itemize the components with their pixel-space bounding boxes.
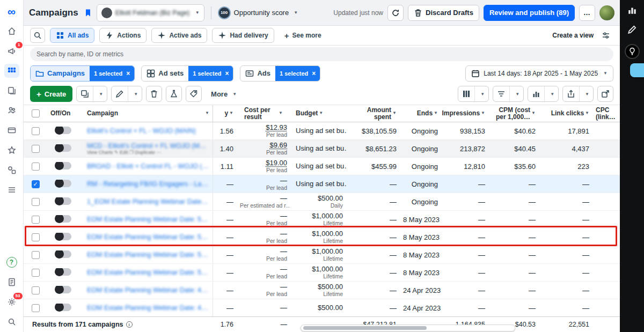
clear-selection-icon[interactable]: × xyxy=(126,70,130,77)
billing-icon[interactable] xyxy=(4,123,19,137)
table-row[interactable]: EOM Estate Planning Webinar Date: 4.24.2… xyxy=(24,282,620,299)
settings-gear-icon[interactable]: 53 xyxy=(4,295,19,309)
row-checkbox[interactable] xyxy=(32,198,40,206)
tag-button[interactable] xyxy=(186,86,202,102)
more-options-button[interactable]: … xyxy=(579,5,595,21)
row-toggle[interactable] xyxy=(55,197,71,205)
table-row[interactable]: EOM Estate Planning Webinar Date: 5.8.23… xyxy=(24,228,620,246)
row-toggle[interactable] xyxy=(55,215,71,223)
row-toggle[interactable] xyxy=(55,250,71,258)
ab-test-flask-button[interactable] xyxy=(166,86,182,102)
overlay-chat-tab[interactable] xyxy=(630,63,644,77)
scrollbar-thumb[interactable] xyxy=(303,326,427,330)
table-row[interactable]: EOM Estate Planning Webinar Date: 5.8.23… xyxy=(24,211,620,228)
campaigns-nav-icon[interactable] xyxy=(4,64,19,78)
col-header-cpm[interactable]: CPM (cost per 1,000…▼ xyxy=(488,105,539,122)
create-button[interactable]: + Create xyxy=(30,86,72,102)
row-checkbox[interactable] xyxy=(32,163,40,171)
more-menu-button[interactable]: More ▼ xyxy=(206,86,242,101)
table-row[interactable]: 1_EOM Estate Planning Webinar Date: 5.8…… xyxy=(24,193,620,211)
row-checkbox[interactable] xyxy=(32,145,40,153)
table-row[interactable]: EOM Estate Planning Webinar Date: 5.8.23… xyxy=(24,246,620,264)
row-hover-actions[interactable]: View Charts ✎ Edit ❐ Duplicate ⋯ xyxy=(87,150,209,155)
date-range-picker[interactable]: Last 14 days: 18 Apr 2025 - 1 May 2025 ▼ xyxy=(465,65,613,82)
row-toggle[interactable] xyxy=(55,144,71,152)
overlay-hints-bulb-icon[interactable] xyxy=(625,44,640,59)
info-icon[interactable]: i xyxy=(126,321,133,328)
delete-button[interactable] xyxy=(146,86,162,102)
row-checkbox[interactable] xyxy=(32,216,40,224)
col-header-frequency[interactable]: y▼ xyxy=(213,105,237,122)
columns-dropdown[interactable]: ▼ xyxy=(474,86,488,101)
ads-selected-chip[interactable]: 1 selected × xyxy=(275,66,320,81)
user-avatar[interactable] xyxy=(599,5,614,20)
table-row[interactable]: MCD - Elliott's Control + FL WOJO (MAIN)… xyxy=(24,140,620,158)
campaign-name-link[interactable]: 1_EOM Estate Planning Webinar Date: 5.8… xyxy=(87,198,209,205)
pencil-icon[interactable] xyxy=(112,86,128,101)
table-row[interactable]: Elliott's Control + FL - WOJO (MAIN)1.56… xyxy=(24,122,620,140)
tab-campaigns[interactable]: Campaigns 1 selected × xyxy=(30,65,135,82)
filter-tab-all-ads[interactable]: All ads xyxy=(50,28,94,43)
table-row[interactable]: BROAD - Elliott + Control FL - WOJO (MAI… xyxy=(24,158,620,175)
filter-tab-had-delivery[interactable]: Had delivery xyxy=(212,28,274,43)
table-row[interactable]: ✓RM - Retargeting FB/IG Engagers - Last … xyxy=(24,175,620,193)
columns-icon[interactable] xyxy=(458,86,474,101)
reports-dropdown[interactable]: ▼ xyxy=(544,86,558,101)
campaign-name-link[interactable]: EOM Estate Planning Webinar Date: 5.8.23… xyxy=(87,216,209,223)
row-toggle[interactable] xyxy=(55,233,71,240)
campaign-name-link[interactable]: Elliott's Control + FL - WOJO (MAIN) xyxy=(87,127,209,135)
filter-tab-actions[interactable]: Actions xyxy=(99,28,147,43)
col-header-ends[interactable]: Ends▼ xyxy=(400,105,441,122)
table-row[interactable]: EOM Estate Planning Webinar Date: 5.8.23… xyxy=(24,264,620,282)
assets-icon[interactable] xyxy=(4,163,19,177)
filter-see-more[interactable]: + See more xyxy=(279,28,327,43)
tab-ads[interactable]: Ads 1 selected × xyxy=(240,65,320,82)
row-checkbox[interactable] xyxy=(32,269,40,277)
col-header-cost-per-result[interactable]: Cost per result▼ xyxy=(237,105,290,122)
promotions-icon[interactable] xyxy=(4,143,19,157)
campaigns-selected-chip[interactable]: 1 selected × xyxy=(90,66,134,81)
search-input[interactable]: Search by name, ID or metrics xyxy=(30,47,613,61)
row-checkbox[interactable] xyxy=(32,233,40,241)
col-header-campaign[interactable]: Campaign▼ xyxy=(79,105,213,122)
row-checkbox[interactable] xyxy=(32,251,40,259)
duplicate-icon[interactable] xyxy=(77,86,93,101)
row-toggle[interactable] xyxy=(55,127,71,134)
col-header-amount-spent[interactable]: Amount spent▼ xyxy=(346,105,400,122)
campaign-name-link[interactable]: RM - Retargeting FB/IG Engagers - Last 3… xyxy=(87,180,209,188)
edit-dropdown[interactable]: ▼ xyxy=(128,86,142,101)
row-toggle[interactable] xyxy=(55,286,71,293)
ads-notifications-icon[interactable]: 1 xyxy=(4,44,19,58)
row-checkbox[interactable] xyxy=(32,127,40,135)
report-chart-icon[interactable] xyxy=(528,86,544,101)
overlay-pencil-icon[interactable] xyxy=(627,25,637,34)
bookmark-pin-icon[interactable] xyxy=(84,9,92,17)
clear-selection-icon[interactable]: × xyxy=(225,70,229,77)
row-toggle[interactable] xyxy=(55,268,71,276)
campaign-name-link[interactable]: EOM Estate Planning Webinar Date: 5.8.23… xyxy=(87,269,209,276)
breakdown-dropdown[interactable]: ▼ xyxy=(509,86,523,101)
reports-doc-icon[interactable] xyxy=(4,275,19,289)
tab-adsets[interactable]: Ad sets 1 selected × xyxy=(141,65,233,82)
help-icon[interactable]: ? xyxy=(4,255,19,269)
campaign-name-link[interactable]: EOM Estate Planning Webinar Date: 4.24.2… xyxy=(87,304,209,312)
opportunity-score-menu[interactable]: 100 Opportunity score ▼ xyxy=(218,6,298,19)
home-icon[interactable] xyxy=(4,24,19,38)
review-publish-button[interactable]: Review and publish (89) xyxy=(484,5,575,21)
search-nav-icon[interactable] xyxy=(4,315,19,329)
create-view-button[interactable]: Create a view xyxy=(552,32,594,39)
row-checkbox[interactable]: ✓ xyxy=(32,180,40,188)
row-checkbox[interactable] xyxy=(32,304,40,312)
campaign-name-link[interactable]: EOM Estate Planning Webinar Date: 5.8.23… xyxy=(87,251,209,259)
audiences-icon[interactable] xyxy=(4,104,19,117)
row-toggle[interactable] xyxy=(55,180,71,187)
discard-drafts-button[interactable]: Discard Drafts xyxy=(408,5,479,21)
row-toggle[interactable] xyxy=(55,162,71,169)
overlay-chart-icon[interactable] xyxy=(627,5,637,15)
table-row[interactable]: EOM Estate Planning Webinar Date: 4.24.2… xyxy=(24,299,620,316)
filter-search-button[interactable] xyxy=(30,28,45,43)
col-header-budget[interactable]: Budget▼ xyxy=(290,105,346,122)
view-settings-sliders-icon[interactable] xyxy=(598,28,613,43)
all-tools-menu-icon[interactable] xyxy=(4,183,19,197)
col-header-link-clicks[interactable]: Link clicks▼ xyxy=(539,105,592,122)
